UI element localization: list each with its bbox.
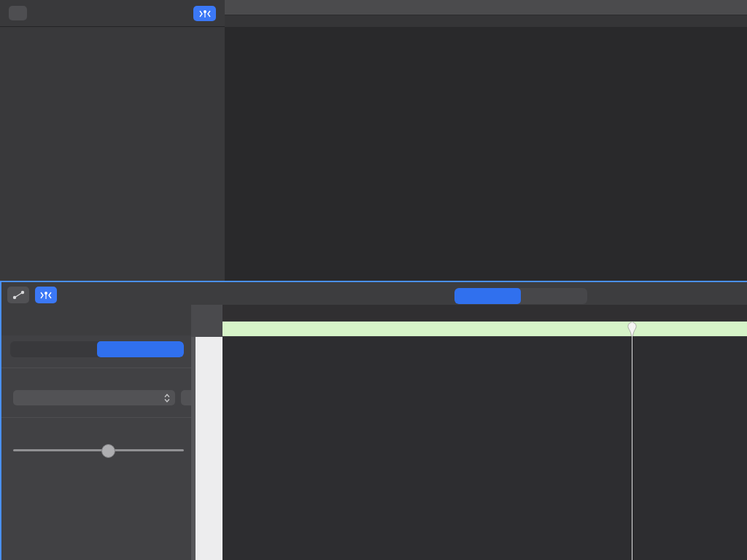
editor-view-tabs [454,288,587,304]
piano-roll-grid[interactable] [222,337,747,560]
catch-playhead-icon [40,291,52,300]
garageband-window [0,0,747,560]
region-notes-tabs [10,341,184,357]
timeline-lanes [225,0,747,281]
editor-focus-border [0,281,747,282]
divider [0,417,191,418]
editor-focus-border-left [0,281,1,560]
chevron-up-down-icon [164,394,170,402]
catch-playhead-button[interactable] [193,6,216,21]
automation-curve-icon [12,290,25,300]
piano-keyboard [196,337,222,560]
tab-notes[interactable] [97,341,184,357]
velocity-slider-thumb[interactable] [101,444,115,458]
editor-ruler[interactable] [222,305,747,321]
tab-piano-roll[interactable] [454,288,521,304]
note-inspector [0,335,191,560]
timeline-ruler-ticks[interactable] [225,15,747,27]
tab-score[interactable] [521,288,587,304]
track-panel-header [0,0,225,27]
catch-playhead-icon [199,9,211,18]
time-quantize-select[interactable] [13,390,175,405]
velocity-slider[interactable] [13,449,184,451]
add-track-button[interactable] [9,6,27,20]
automation-button[interactable] [7,287,29,303]
playhead-line[interactable] [632,322,632,560]
editor-catch-playhead-button[interactable] [35,287,57,303]
editor-ruler-corner [191,305,222,337]
arrange-area [0,0,747,281]
track-header-panel [0,0,225,281]
tab-region[interactable] [10,341,97,357]
editor-region-strip[interactable] [222,322,747,336]
timeline-ruler[interactable] [225,0,747,15]
piano-roll-editor [0,281,747,560]
divider [0,368,191,368]
